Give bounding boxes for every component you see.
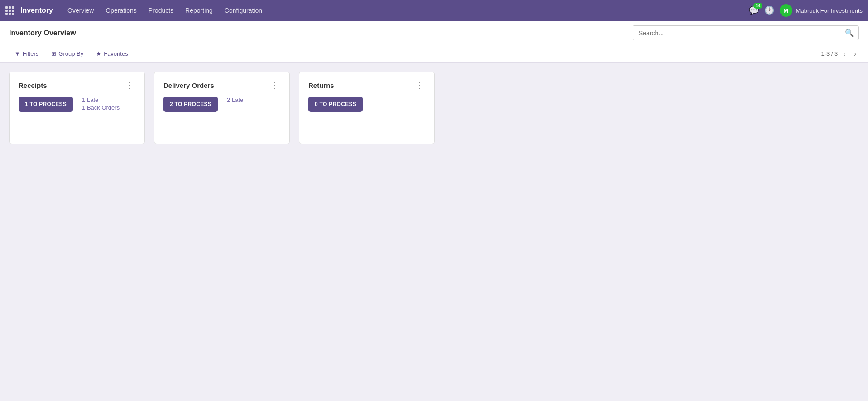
- search-input[interactable]: [633, 27, 840, 39]
- navbar: Inventory Overview Operations Products R…: [0, 0, 868, 21]
- receipts-stats: 1 Late 1 Back Orders: [82, 97, 120, 111]
- receipts-title: Receipts: [19, 82, 47, 89]
- delivery-card: Delivery Orders ⋮ 2 TO PROCESS 2 Late: [154, 72, 290, 144]
- pagination-text: 1-3 / 3: [821, 50, 838, 57]
- receipts-stat-0[interactable]: 1 Late: [82, 97, 120, 103]
- star-icon: ★: [96, 50, 101, 57]
- returns-title: Returns: [308, 82, 334, 89]
- search-button[interactable]: 🔍: [840, 26, 858, 40]
- toolbar-filters-group: ▼ Filters ⊞ Group By ★ Favorites: [9, 48, 134, 59]
- chat-icon[interactable]: 💬 14: [749, 5, 759, 15]
- returns-menu-button[interactable]: ⋮: [413, 81, 425, 89]
- receipts-card-header: Receipts ⋮: [19, 81, 135, 89]
- page-header: Inventory Overview 🔍: [0, 21, 868, 45]
- delivery-process-button[interactable]: 2 TO PROCESS: [163, 97, 218, 112]
- returns-card-body: 0 TO PROCESS: [308, 97, 425, 112]
- filters-button[interactable]: ▼ Filters: [9, 48, 44, 59]
- returns-card: Returns ⋮ 0 TO PROCESS: [299, 72, 435, 144]
- group-by-label: Group By: [58, 50, 83, 57]
- username: Mabrouk For Investments: [796, 7, 863, 14]
- receipts-menu-button[interactable]: ⋮: [124, 81, 135, 89]
- filters-label: Filters: [23, 50, 38, 57]
- delivery-card-header: Delivery Orders ⋮: [163, 81, 280, 89]
- receipts-process-button[interactable]: 1 TO PROCESS: [19, 97, 73, 112]
- favorites-label: Favorites: [104, 50, 128, 57]
- nav-menu: Overview Operations Products Reporting C…: [62, 4, 747, 17]
- toolbar: ▼ Filters ⊞ Group By ★ Favorites 1-3 / 3…: [0, 45, 868, 63]
- nav-overview[interactable]: Overview: [62, 4, 99, 17]
- nav-operations[interactable]: Operations: [100, 4, 142, 17]
- nav-right: 💬 14 🕐 M Mabrouk For Investments: [749, 4, 863, 17]
- next-page-button[interactable]: ›: [851, 49, 859, 59]
- page-title: Inventory Overview: [9, 29, 76, 37]
- receipts-card-body: 1 TO PROCESS 1 Late 1 Back Orders: [19, 97, 135, 112]
- group-by-icon: ⊞: [51, 50, 56, 57]
- chat-badge: 14: [753, 3, 762, 9]
- apps-icon[interactable]: [5, 6, 14, 15]
- prev-page-button[interactable]: ‹: [840, 49, 848, 59]
- nav-products[interactable]: Products: [143, 4, 179, 17]
- filter-icon: ▼: [14, 50, 20, 57]
- delivery-menu-button[interactable]: ⋮: [269, 81, 280, 89]
- favorites-button[interactable]: ★ Favorites: [91, 48, 133, 59]
- returns-card-header: Returns ⋮: [308, 81, 425, 89]
- search-bar: 🔍: [633, 25, 859, 40]
- nav-configuration[interactable]: Configuration: [219, 4, 268, 17]
- delivery-stats: 2 Late: [227, 97, 243, 103]
- delivery-card-body: 2 TO PROCESS 2 Late: [163, 97, 280, 112]
- receipts-stat-1[interactable]: 1 Back Orders: [82, 104, 120, 111]
- nav-reporting[interactable]: Reporting: [180, 4, 218, 17]
- group-by-button[interactable]: ⊞ Group By: [46, 48, 89, 59]
- delivery-stat-0[interactable]: 2 Late: [227, 97, 243, 103]
- nav-brand[interactable]: Inventory: [20, 6, 53, 14]
- returns-process-button[interactable]: 0 TO PROCESS: [308, 97, 363, 112]
- delivery-title: Delivery Orders: [163, 82, 214, 89]
- cards-grid: Receipts ⋮ 1 TO PROCESS 1 Late 1 Back Or…: [9, 72, 859, 144]
- main-content: Receipts ⋮ 1 TO PROCESS 1 Late 1 Back Or…: [0, 63, 868, 401]
- avatar: M: [780, 4, 792, 17]
- user-menu[interactable]: M Mabrouk For Investments: [780, 4, 863, 17]
- clock-icon[interactable]: 🕐: [764, 5, 774, 15]
- receipts-card: Receipts ⋮ 1 TO PROCESS 1 Late 1 Back Or…: [9, 72, 145, 144]
- toolbar-pagination: 1-3 / 3 ‹ ›: [821, 49, 859, 59]
